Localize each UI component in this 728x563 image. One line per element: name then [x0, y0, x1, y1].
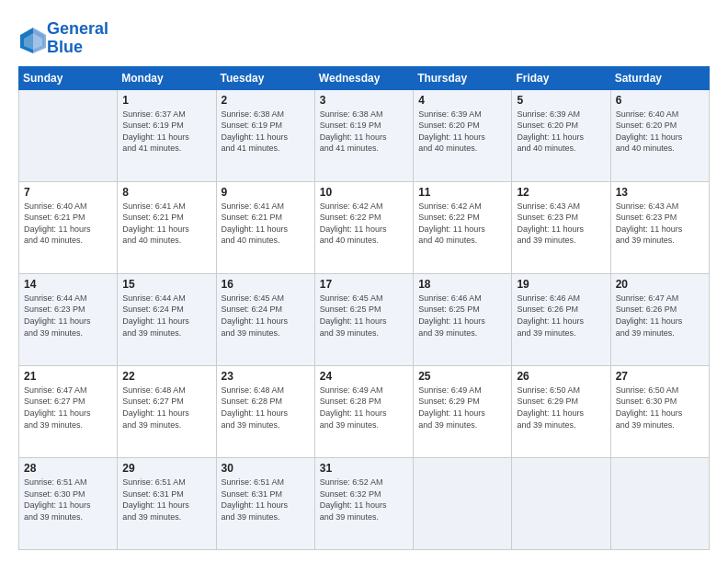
calendar-cell: 30Sunrise: 6:51 AM Sunset: 6:31 PM Dayli… [216, 457, 314, 549]
day-info: Sunrise: 6:48 AM Sunset: 6:27 PM Dayligh… [122, 385, 210, 431]
weekday-header-sunday: Sunday [19, 66, 118, 89]
calendar-cell: 17Sunrise: 6:45 AM Sunset: 6:25 PM Dayli… [314, 273, 413, 365]
day-number: 23 [222, 370, 310, 383]
header: General Blue [18, 17, 710, 57]
day-info: Sunrise: 6:50 AM Sunset: 6:30 PM Dayligh… [616, 385, 704, 431]
day-number: 15 [122, 278, 210, 291]
day-info: Sunrise: 6:45 AM Sunset: 6:24 PM Dayligh… [222, 293, 310, 339]
day-info: Sunrise: 6:41 AM Sunset: 6:21 PM Dayligh… [122, 201, 210, 247]
calendar-cell: 18Sunrise: 6:46 AM Sunset: 6:25 PM Dayli… [414, 273, 512, 365]
week-row-4: 21Sunrise: 6:47 AM Sunset: 6:27 PM Dayli… [19, 365, 710, 457]
calendar-cell: 9Sunrise: 6:41 AM Sunset: 6:21 PM Daylig… [216, 181, 314, 273]
day-info: Sunrise: 6:52 AM Sunset: 6:32 PM Dayligh… [320, 477, 408, 523]
day-info: Sunrise: 6:47 AM Sunset: 6:27 PM Dayligh… [24, 385, 112, 431]
calendar-cell: 14Sunrise: 6:44 AM Sunset: 6:23 PM Dayli… [19, 273, 118, 365]
logo: General Blue [18, 20, 108, 57]
weekday-header-saturday: Saturday [610, 66, 709, 89]
calendar-cell: 31Sunrise: 6:52 AM Sunset: 6:32 PM Dayli… [314, 457, 413, 549]
calendar-cell: 6Sunrise: 6:40 AM Sunset: 6:20 PM Daylig… [610, 89, 709, 181]
logo-icon [18, 26, 44, 52]
calendar-cell: 13Sunrise: 6:43 AM Sunset: 6:23 PM Dayli… [610, 181, 709, 273]
day-number: 14 [24, 278, 112, 291]
day-info: Sunrise: 6:39 AM Sunset: 6:20 PM Dayligh… [418, 109, 506, 155]
calendar-cell: 2Sunrise: 6:38 AM Sunset: 6:19 PM Daylig… [216, 89, 314, 181]
day-number: 12 [517, 186, 605, 199]
day-info: Sunrise: 6:42 AM Sunset: 6:22 PM Dayligh… [320, 201, 408, 247]
calendar-table: SundayMondayTuesdayWednesdayThursdayFrid… [18, 66, 710, 550]
day-number: 30 [222, 462, 310, 475]
day-number: 17 [320, 278, 408, 291]
day-number: 3 [320, 94, 408, 107]
calendar-cell: 1Sunrise: 6:37 AM Sunset: 6:19 PM Daylig… [118, 89, 216, 181]
calendar-cell: 28Sunrise: 6:51 AM Sunset: 6:30 PM Dayli… [19, 457, 118, 549]
weekday-header-monday: Monday [118, 66, 216, 89]
day-info: Sunrise: 6:40 AM Sunset: 6:20 PM Dayligh… [616, 109, 704, 155]
calendar-cell: 5Sunrise: 6:39 AM Sunset: 6:20 PM Daylig… [512, 89, 610, 181]
calendar-cell: 3Sunrise: 6:38 AM Sunset: 6:19 PM Daylig… [314, 89, 413, 181]
weekday-header-wednesday: Wednesday [314, 66, 413, 89]
day-info: Sunrise: 6:49 AM Sunset: 6:29 PM Dayligh… [418, 385, 506, 431]
day-number: 29 [122, 462, 210, 475]
day-number: 5 [517, 94, 605, 107]
calendar-cell: 25Sunrise: 6:49 AM Sunset: 6:29 PM Dayli… [414, 365, 512, 457]
day-info: Sunrise: 6:42 AM Sunset: 6:22 PM Dayligh… [418, 201, 506, 247]
day-info: Sunrise: 6:38 AM Sunset: 6:19 PM Dayligh… [320, 109, 408, 155]
week-row-3: 14Sunrise: 6:44 AM Sunset: 6:23 PM Dayli… [19, 273, 710, 365]
day-number: 25 [418, 370, 506, 383]
day-info: Sunrise: 6:39 AM Sunset: 6:20 PM Dayligh… [517, 109, 605, 155]
day-number: 11 [418, 186, 506, 199]
page: General Blue SundayMondayTuesdayWednesda… [0, 0, 728, 563]
day-number: 20 [616, 278, 704, 291]
day-info: Sunrise: 6:51 AM Sunset: 6:31 PM Dayligh… [122, 477, 210, 523]
day-info: Sunrise: 6:43 AM Sunset: 6:23 PM Dayligh… [517, 201, 605, 247]
day-number: 7 [24, 186, 112, 199]
weekday-header-friday: Friday [512, 66, 610, 89]
week-row-5: 28Sunrise: 6:51 AM Sunset: 6:30 PM Dayli… [19, 457, 710, 549]
calendar-cell: 24Sunrise: 6:49 AM Sunset: 6:28 PM Dayli… [314, 365, 413, 457]
calendar-cell: 8Sunrise: 6:41 AM Sunset: 6:21 PM Daylig… [118, 181, 216, 273]
calendar-cell: 23Sunrise: 6:48 AM Sunset: 6:28 PM Dayli… [216, 365, 314, 457]
day-number: 18 [418, 278, 506, 291]
day-number: 13 [616, 186, 704, 199]
day-info: Sunrise: 6:50 AM Sunset: 6:29 PM Dayligh… [517, 385, 605, 431]
week-row-1: 1Sunrise: 6:37 AM Sunset: 6:19 PM Daylig… [19, 89, 710, 181]
day-number: 19 [517, 278, 605, 291]
weekday-header-thursday: Thursday [414, 66, 512, 89]
day-info: Sunrise: 6:43 AM Sunset: 6:23 PM Dayligh… [616, 201, 704, 247]
calendar-cell: 27Sunrise: 6:50 AM Sunset: 6:30 PM Dayli… [610, 365, 709, 457]
day-number: 31 [320, 462, 408, 475]
day-number: 28 [24, 462, 112, 475]
day-info: Sunrise: 6:46 AM Sunset: 6:25 PM Dayligh… [418, 293, 506, 339]
day-number: 26 [517, 370, 605, 383]
calendar-cell: 16Sunrise: 6:45 AM Sunset: 6:24 PM Dayli… [216, 273, 314, 365]
day-info: Sunrise: 6:40 AM Sunset: 6:21 PM Dayligh… [24, 201, 112, 247]
calendar-cell: 29Sunrise: 6:51 AM Sunset: 6:31 PM Dayli… [118, 457, 216, 549]
day-number: 1 [122, 94, 210, 107]
calendar-cell [512, 457, 610, 549]
day-number: 22 [122, 370, 210, 383]
weekday-header-tuesday: Tuesday [216, 66, 314, 89]
day-number: 27 [616, 370, 704, 383]
calendar-cell: 15Sunrise: 6:44 AM Sunset: 6:24 PM Dayli… [118, 273, 216, 365]
calendar-cell [610, 457, 709, 549]
day-info: Sunrise: 6:46 AM Sunset: 6:26 PM Dayligh… [517, 293, 605, 339]
day-number: 10 [320, 186, 408, 199]
week-row-2: 7Sunrise: 6:40 AM Sunset: 6:21 PM Daylig… [19, 181, 710, 273]
day-number: 9 [222, 186, 310, 199]
calendar-cell: 26Sunrise: 6:50 AM Sunset: 6:29 PM Dayli… [512, 365, 610, 457]
day-info: Sunrise: 6:51 AM Sunset: 6:30 PM Dayligh… [24, 477, 112, 523]
day-info: Sunrise: 6:45 AM Sunset: 6:25 PM Dayligh… [320, 293, 408, 339]
calendar-cell: 21Sunrise: 6:47 AM Sunset: 6:27 PM Dayli… [19, 365, 118, 457]
weekday-header-row: SundayMondayTuesdayWednesdayThursdayFrid… [19, 66, 710, 89]
day-info: Sunrise: 6:47 AM Sunset: 6:26 PM Dayligh… [616, 293, 704, 339]
calendar-cell: 4Sunrise: 6:39 AM Sunset: 6:20 PM Daylig… [414, 89, 512, 181]
calendar-cell: 22Sunrise: 6:48 AM Sunset: 6:27 PM Dayli… [118, 365, 216, 457]
calendar-cell: 12Sunrise: 6:43 AM Sunset: 6:23 PM Dayli… [512, 181, 610, 273]
day-number: 2 [222, 94, 310, 107]
day-info: Sunrise: 6:44 AM Sunset: 6:24 PM Dayligh… [122, 293, 210, 339]
calendar-cell: 19Sunrise: 6:46 AM Sunset: 6:26 PM Dayli… [512, 273, 610, 365]
day-number: 6 [616, 94, 704, 107]
logo-text: General Blue [47, 20, 108, 57]
day-info: Sunrise: 6:38 AM Sunset: 6:19 PM Dayligh… [222, 109, 310, 155]
calendar-cell: 7Sunrise: 6:40 AM Sunset: 6:21 PM Daylig… [19, 181, 118, 273]
